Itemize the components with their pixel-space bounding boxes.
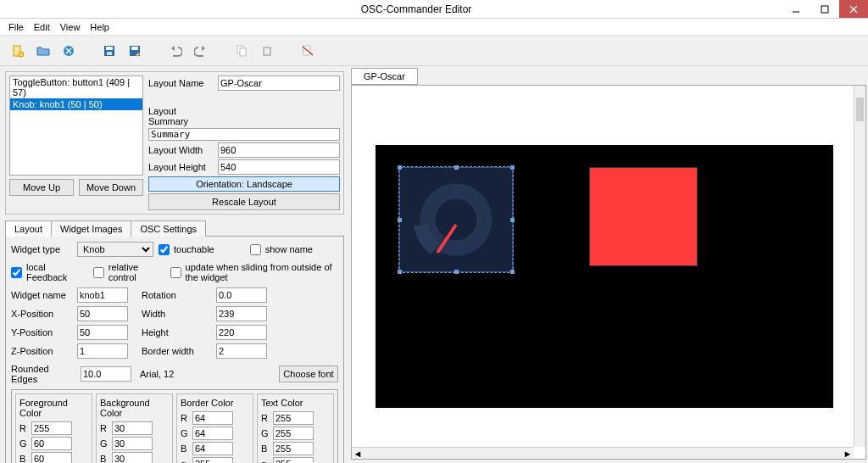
relative-control-label: relative control bbox=[108, 262, 155, 282]
horizontal-scrollbar[interactable]: ◄ ► bbox=[352, 447, 854, 459]
menu-file[interactable]: File bbox=[3, 20, 29, 34]
bd-g-input[interactable] bbox=[192, 427, 233, 440]
close-file-icon[interactable] bbox=[58, 40, 80, 62]
fg-g-input[interactable] bbox=[31, 437, 72, 450]
x-position-input[interactable] bbox=[77, 306, 128, 321]
canvas[interactable] bbox=[376, 145, 833, 408]
svg-rect-1 bbox=[821, 6, 828, 13]
move-down-button[interactable]: Move Down bbox=[79, 179, 143, 196]
tab-osc-settings[interactable]: OSC Settings bbox=[131, 220, 206, 237]
paste-icon[interactable] bbox=[256, 40, 278, 62]
widget-type-select[interactable]: Knob bbox=[77, 242, 153, 257]
border-width-input[interactable] bbox=[216, 343, 267, 359]
menu-help[interactable]: Help bbox=[85, 20, 114, 34]
svg-point-5 bbox=[19, 52, 24, 57]
tx-a-input[interactable] bbox=[273, 457, 314, 463]
titlebar: OSC-Commander Editor bbox=[0, 0, 868, 19]
layout-tab-content: Widget type Knob touchable show name loc… bbox=[5, 237, 344, 463]
tx-r-input[interactable] bbox=[273, 411, 314, 425]
svg-rect-17 bbox=[264, 48, 270, 54]
bd-title: Border Color bbox=[181, 398, 249, 408]
rotation-label: Rotation bbox=[142, 290, 211, 300]
bd-a-input[interactable] bbox=[192, 457, 233, 463]
new-file-icon[interactable] bbox=[7, 40, 29, 62]
local-feedback-label: local Feedback bbox=[26, 262, 75, 282]
color-groups: Foreground Color R G B α Background Colo… bbox=[11, 389, 338, 463]
border-color-group: Border Color R G B α bbox=[176, 393, 253, 463]
menu-edit[interactable]: Edit bbox=[29, 20, 55, 34]
local-feedback-checkbox[interactable] bbox=[11, 267, 22, 278]
toolbar bbox=[0, 36, 868, 66]
list-item[interactable]: ToggleButton: button1 (409 | 57) bbox=[10, 76, 142, 98]
foreground-color-group: Foreground Color R G B α bbox=[15, 393, 92, 463]
background-color-group: Background Color R G B α bbox=[96, 393, 173, 463]
scroll-left-icon[interactable]: ◄ bbox=[352, 448, 364, 459]
vertical-scrollbar[interactable] bbox=[854, 86, 865, 447]
choose-font-button[interactable]: Choose font bbox=[279, 365, 338, 382]
knob-widget[interactable] bbox=[399, 167, 513, 272]
layout-name-label: Layout Name bbox=[148, 78, 214, 88]
scroll-right-icon[interactable]: ► bbox=[842, 448, 854, 459]
y-position-input[interactable] bbox=[77, 325, 128, 340]
list-item[interactable]: Knob: knob1 (50 | 50) bbox=[10, 98, 142, 110]
touchable-label: touchable bbox=[174, 244, 214, 254]
redo-icon[interactable] bbox=[190, 40, 212, 62]
layout-height-label: Layout Height bbox=[148, 162, 214, 172]
layout-width-input[interactable] bbox=[218, 142, 340, 158]
z-position-label: Z-Position bbox=[11, 346, 72, 356]
rounded-edges-label: Rounded Edges bbox=[11, 364, 72, 384]
tab-layout[interactable]: Layout bbox=[5, 220, 52, 237]
canvas-tab[interactable]: GP-Oscar bbox=[351, 68, 418, 85]
width-input[interactable] bbox=[216, 306, 267, 321]
rounded-edges-input[interactable] bbox=[81, 366, 131, 382]
minimize-button[interactable] bbox=[782, 0, 810, 18]
window-title: OSC-Commander Editor bbox=[51, 3, 782, 15]
bg-b-input[interactable] bbox=[112, 452, 153, 463]
copy-icon[interactable] bbox=[231, 40, 253, 62]
rotation-input[interactable] bbox=[216, 287, 267, 303]
close-button[interactable] bbox=[839, 0, 868, 18]
update-sliding-checkbox[interactable] bbox=[170, 267, 181, 278]
fg-b-input[interactable] bbox=[31, 452, 72, 463]
tx-b-input[interactable] bbox=[273, 442, 314, 455]
bg-g-input[interactable] bbox=[112, 437, 153, 450]
layout-name-input[interactable] bbox=[218, 75, 340, 91]
bd-b-input[interactable] bbox=[192, 442, 233, 455]
widget-list[interactable]: ToggleButton: button1 (409 | 57) Knob: k… bbox=[9, 75, 143, 176]
delete-icon[interactable] bbox=[297, 40, 319, 62]
bg-r-input[interactable] bbox=[112, 421, 153, 435]
width-label: Width bbox=[142, 309, 211, 319]
orientation-button[interactable]: Orientation: Landscape bbox=[148, 176, 340, 192]
save-as-icon[interactable] bbox=[124, 40, 146, 62]
undo-icon[interactable] bbox=[164, 40, 186, 62]
showname-label: show name bbox=[265, 244, 313, 254]
layout-height-input[interactable] bbox=[218, 159, 340, 175]
canvas-viewport[interactable]: ◄ ► bbox=[351, 85, 866, 460]
border-width-label: Border width bbox=[142, 346, 211, 356]
tx-g-input[interactable] bbox=[273, 427, 314, 440]
height-label: Height bbox=[142, 327, 211, 337]
property-tabs: Layout Widget Images OSC Settings bbox=[5, 220, 344, 237]
rescale-button[interactable]: Rescale Layout bbox=[148, 193, 340, 210]
togglebutton-widget[interactable] bbox=[589, 167, 698, 266]
svg-rect-15 bbox=[240, 48, 246, 56]
bd-r-input[interactable] bbox=[192, 411, 233, 425]
widget-name-input[interactable] bbox=[77, 287, 128, 303]
menu-view[interactable]: View bbox=[55, 20, 86, 34]
right-pane: GP-Oscar bbox=[349, 66, 868, 463]
open-file-icon[interactable] bbox=[32, 40, 54, 62]
save-icon[interactable] bbox=[98, 40, 120, 62]
relative-control-checkbox[interactable] bbox=[93, 267, 104, 278]
move-up-button[interactable]: Move Up bbox=[9, 179, 74, 196]
height-input[interactable] bbox=[216, 325, 267, 340]
layout-width-label: Layout Width bbox=[148, 145, 214, 155]
maximize-button[interactable] bbox=[810, 0, 839, 18]
z-position-input[interactable] bbox=[77, 343, 128, 359]
showname-checkbox[interactable] bbox=[250, 244, 261, 255]
layout-summary-input[interactable] bbox=[148, 128, 340, 141]
tab-widget-images[interactable]: Widget Images bbox=[51, 220, 131, 237]
layout-panel: ToggleButton: button1 (409 | 57) Knob: k… bbox=[5, 71, 344, 215]
touchable-checkbox[interactable] bbox=[159, 244, 170, 255]
tx-title: Text Color bbox=[261, 398, 330, 408]
fg-r-input[interactable] bbox=[31, 421, 72, 435]
